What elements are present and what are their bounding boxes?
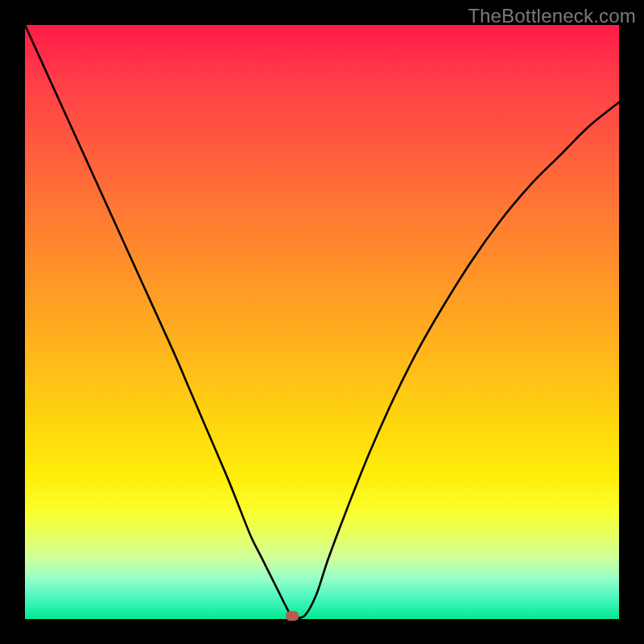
chart-frame: TheBottleneck.com: [0, 0, 644, 644]
plot-area: [25, 25, 619, 619]
chart-svg: [25, 25, 619, 619]
watermark-text: TheBottleneck.com: [468, 5, 636, 27]
bottleneck-curve: [25, 25, 619, 618]
min-marker: [286, 611, 299, 621]
